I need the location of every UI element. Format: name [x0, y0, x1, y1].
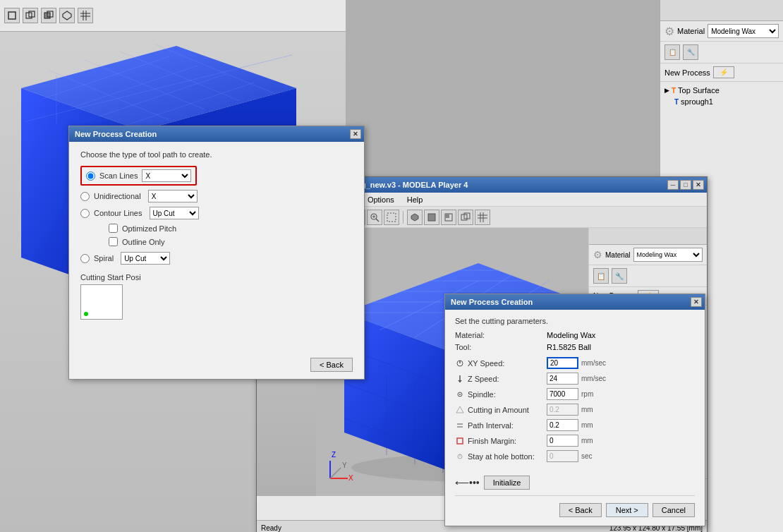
- xy-speed-icon: [455, 358, 465, 368]
- dialog2-close-btn[interactable]: ✕: [691, 297, 702, 307]
- tree-item-sprough1-bg[interactable]: T sprough1: [673, 96, 780, 107]
- toolbar-btn-cube3[interactable]: [41, 8, 56, 23]
- path-interval-unit: mm: [581, 421, 609, 429]
- param-finish-value: mm: [547, 435, 609, 447]
- dialog1-content: Choose the type of tool path to create. …: [69, 142, 364, 330]
- menu-options[interactable]: Options: [365, 195, 397, 204]
- icon-row-bg: 📋 🔧: [660, 42, 783, 64]
- initialize-btn[interactable]: Initialize: [484, 476, 530, 490]
- modela-ready-text: Ready: [261, 524, 281, 532]
- minimize-btn[interactable]: ─: [667, 180, 679, 190]
- contour-lines-radio[interactable]: [80, 209, 90, 218]
- outline-only-row: Outline Only: [109, 237, 353, 246]
- stay-hole-icon: [455, 452, 465, 461]
- param-section: Set the cutting parameters. Material: Mo…: [445, 310, 705, 473]
- tree-item-topsurface-bg[interactable]: ▶ T Top Surface: [663, 85, 780, 96]
- icon-btn2-bg[interactable]: 🔧: [683, 44, 698, 60]
- modela-cube5-btn[interactable]: [458, 210, 473, 225]
- checkbox-group: Optimized Pitch Outline Only: [95, 222, 353, 246]
- dialog2: New Process Creation ✕ Set the cutting p…: [444, 294, 705, 526]
- param-path-value: mm: [547, 419, 609, 431]
- contour-lines-dropdown[interactable]: Up Cut Down Cut: [150, 207, 199, 219]
- dialog1-footer: < Back: [310, 358, 353, 372]
- dialog2-next-btn[interactable]: Next >: [606, 503, 648, 517]
- param-xy-label: XY Speed:: [455, 358, 547, 368]
- param-spindle-label: Spindle:: [455, 389, 547, 399]
- dialog2-titlebar[interactable]: New Process Creation ✕: [445, 294, 705, 310]
- tree-item-label-sprough1-bg: sprough1: [681, 97, 713, 106]
- unidirectional-radio[interactable]: [80, 192, 90, 201]
- modela-icon-btn2[interactable]: 🔧: [612, 268, 627, 284]
- dialog1-back-btn[interactable]: < Back: [310, 358, 353, 372]
- param-path-label: Path Interval:: [455, 421, 547, 430]
- spiral-dropdown[interactable]: Up Cut Down Cut: [121, 252, 170, 265]
- unidirectional-dropdown[interactable]: X Y: [148, 190, 198, 202]
- z-speed-icon: [455, 374, 465, 384]
- toolbar-btn-cube2[interactable]: [23, 8, 38, 23]
- cutting-dot: [84, 312, 88, 316]
- modela-material-label: Material: [605, 251, 631, 259]
- dialog2-back-btn[interactable]: < Back: [559, 503, 602, 517]
- xy-speed-input[interactable]: [547, 357, 578, 369]
- finish-margin-input[interactable]: [547, 435, 578, 447]
- param-material-value: Modeling Wax: [547, 331, 595, 339]
- spindle-icon: [455, 389, 465, 399]
- outline-only-checkbox[interactable]: [109, 237, 118, 246]
- spiral-row: Spiral Up Cut Down Cut: [80, 252, 353, 265]
- spiral-label: Spiral: [94, 254, 114, 262]
- modela-icon-btn1[interactable]: 📋: [593, 268, 609, 284]
- z-speed-input[interactable]: [547, 373, 578, 385]
- modela-material-icon: ⚙: [593, 249, 602, 260]
- finish-margin-icon: [455, 436, 465, 446]
- modela-cube3-btn[interactable]: [424, 210, 439, 225]
- svg-text:Y: Y: [342, 461, 347, 469]
- dialog2-title: New Process Creation: [451, 298, 533, 306]
- param-xy-speed-row: XY Speed: mm/sec: [455, 357, 695, 369]
- modela-grid2-btn[interactable]: [475, 210, 490, 225]
- modela-cube2-btn[interactable]: [407, 210, 423, 225]
- svg-text:Z: Z: [332, 451, 336, 459]
- modela-select-btn[interactable]: [384, 210, 399, 225]
- dialog1-titlebar[interactable]: New Process Creation ✕: [69, 126, 364, 142]
- param-material-label: Material:: [455, 331, 547, 339]
- param-spindle-row: Spindle: rpm: [455, 388, 695, 400]
- expand-icon-bg: ▶: [664, 87, 669, 94]
- scan-lines-dropdown[interactable]: X Y: [142, 169, 191, 182]
- optimized-pitch-label: Optimized Pitch: [122, 224, 176, 233]
- toolbar-btn-grid[interactable]: [78, 8, 93, 23]
- param-z-value: mm/sec: [547, 373, 609, 385]
- param-subtitle: Set the cutting parameters.: [455, 317, 695, 325]
- svg-marker-94: [456, 406, 463, 413]
- param-cutting-value: mm: [547, 404, 609, 416]
- outline-only-label: Outline Only: [122, 238, 165, 246]
- modela-titlebar-btns: ─ □ ✕: [667, 180, 704, 190]
- optimized-pitch-checkbox[interactable]: [109, 224, 118, 233]
- cutting-start-section: Cutting Start Posi: [80, 273, 353, 321]
- svg-rect-44: [387, 213, 396, 222]
- menu-help[interactable]: Help: [404, 195, 426, 204]
- maximize-btn[interactable]: □: [680, 180, 691, 190]
- dialog1-close-btn[interactable]: ✕: [350, 129, 361, 139]
- spindle-input[interactable]: [547, 388, 578, 400]
- close-btn[interactable]: ✕: [693, 180, 704, 190]
- cutting-preview-box: [80, 284, 123, 320]
- icon-btn1-bg[interactable]: 📋: [664, 44, 680, 60]
- main-viewport: {/* simplified mesh lines */} ⚙ Material…: [0, 0, 783, 532]
- scan-lines-radio[interactable]: [86, 171, 95, 181]
- new-process-btn-bg[interactable]: ⚡: [713, 66, 734, 78]
- spiral-radio[interactable]: [80, 254, 90, 263]
- modela-material-select[interactable]: Modeling Wax: [633, 248, 703, 262]
- toolbar-btn-cube4[interactable]: [59, 8, 75, 23]
- dialog2-cancel-btn[interactable]: Cancel: [652, 503, 695, 517]
- svg-marker-48: [445, 214, 449, 218]
- xy-speed-unit: mm/sec: [581, 359, 609, 367]
- modela-zoom-btn[interactable]: [367, 210, 382, 225]
- toolbar-btn-cube[interactable]: [4, 8, 20, 23]
- param-material-row: Material: Modeling Wax: [455, 331, 695, 339]
- path-interval-input[interactable]: [547, 419, 578, 431]
- modela-icon-row: 📋 🔧: [589, 265, 707, 287]
- modela-cube4-btn[interactable]: [441, 210, 456, 225]
- dialog1: New Process Creation ✕ Choose the type o…: [68, 126, 365, 380]
- material-select-bg[interactable]: Modeling Wax: [708, 24, 779, 38]
- surface-type-icon-bg: T: [672, 87, 676, 95]
